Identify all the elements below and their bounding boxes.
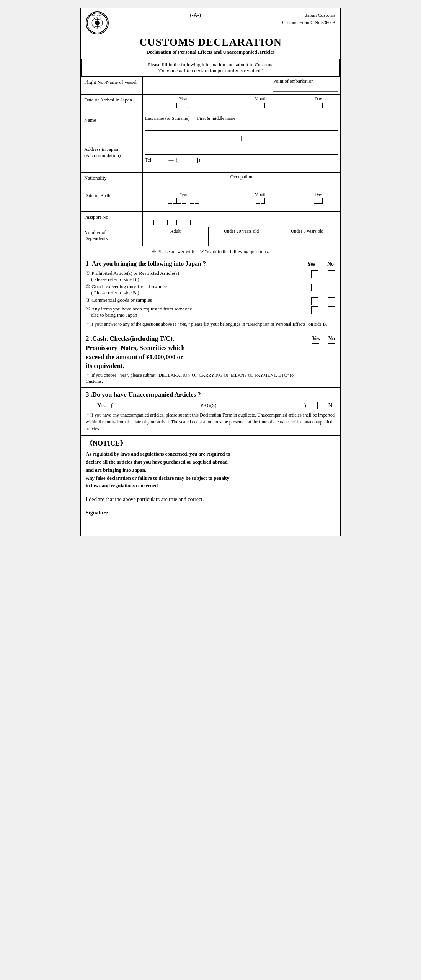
point-label: Point of embarkation: [273, 78, 338, 84]
q1-item3-text: Commercial goods or samples: [91, 297, 152, 303]
q1-item4: ④ Any items you have been requested from…: [86, 306, 335, 318]
lastname-label: Last name (or Surname): [145, 116, 189, 121]
q1-item4-no-box[interactable]: [328, 306, 335, 314]
q1-item4-yn[interactable]: [311, 306, 335, 314]
q1-item1-yes-box[interactable]: [311, 270, 318, 278]
tel-row: Tel — ( ): [145, 157, 338, 163]
declaration-text: I declare that the above particulars are…: [86, 497, 335, 503]
logo-area: JAPAN CUSTOMS: [86, 11, 109, 34]
year-label: Year: [145, 96, 222, 102]
dependents-row: Number of Dependents Adult Under 20 year…: [81, 227, 340, 246]
form-code: (-A-): [109, 12, 282, 18]
nationality-label: Nationality: [81, 173, 142, 190]
instruction-box: Please fill in the following information…: [81, 59, 340, 77]
q1-item4-num: ④: [86, 306, 91, 312]
question3-section: 3 .Do you have Unaccompanied Articles ? …: [81, 388, 340, 436]
q1-item4-text: Any items you have been requested from s…: [86, 306, 192, 318]
day-label-arrival: Day: [299, 96, 338, 102]
month-label-arrival: Month: [222, 96, 299, 102]
question2-section: 2 .Cash, Checks(including T/C),Promissor…: [81, 331, 340, 388]
q1-item2-yes-box[interactable]: [311, 284, 318, 291]
form-id: Japan Customs Customs Form C No.5360-B: [282, 11, 335, 26]
q1-item3-no-box[interactable]: [328, 297, 335, 305]
q2-yes-box[interactable]: [312, 343, 319, 351]
q3-options-row: Yes ( PKG(S) ) No: [86, 402, 335, 409]
notice-section: 《NOTICE》 As regulated by laws and regula…: [81, 436, 340, 493]
q2-no-box[interactable]: [328, 343, 335, 351]
dependents-label: Number of Dependents: [81, 227, 142, 246]
name-label: Name: [81, 114, 142, 144]
q1-item1-num: ①: [86, 270, 91, 276]
q3-no-box[interactable]: [317, 402, 325, 409]
name-fields: Last name (or Surname) First & middle na…: [142, 114, 340, 144]
passport-label: Passport No.: [81, 212, 142, 227]
q1-item4-yes-box[interactable]: [311, 306, 318, 314]
arrival-fields: Year Month Day ,: [142, 95, 340, 114]
under6-col[interactable]: Under 6 years old: [274, 227, 340, 246]
sub-title: Declaration of Personal Effects and Unac…: [86, 49, 335, 55]
dob-fields: Year Month Day ,: [142, 190, 340, 211]
svg-text:JAPAN CUSTOMS: JAPAN CUSTOMS: [89, 15, 105, 16]
main-title: CUSTOMS DECLARATION: [86, 36, 335, 48]
q1-item1-no-box[interactable]: [328, 270, 335, 278]
dependents-cols: Adult Under 20 years old Under 6 years o…: [142, 227, 340, 246]
passport-row: Passport No.: [81, 212, 340, 227]
svg-point-3: [95, 21, 100, 25]
arrival-label: Date of Arrival in Japan: [81, 95, 142, 114]
signature-section: Signature: [81, 506, 340, 536]
arrival-row: Date of Arrival in Japan Year Month Day …: [81, 95, 340, 114]
firstname-label: First & middle name: [197, 116, 235, 121]
q1-item2-no-box[interactable]: [328, 284, 335, 291]
q2-title: 2 .Cash, Checks(including T/C),Promissor…: [86, 334, 305, 371]
notice-text: As regulated by laws and regulations con…: [86, 450, 335, 490]
q1-item3-yes-box[interactable]: [311, 297, 318, 305]
q1-item1-yn[interactable]: [311, 270, 335, 278]
question1-section: 1 .Are you bringing the following into J…: [81, 257, 340, 331]
q1-item3: ③ Commercial goods or samples: [86, 297, 335, 305]
q1-item1-text: Prohibited Article(s) or Restricted Arti…: [86, 270, 179, 282]
signature-line[interactable]: [86, 528, 335, 528]
checkmark-notice: ※ Please answer with a "✓"mark to the fo…: [81, 246, 340, 257]
customs-form: JAPAN CUSTOMS (-A-) Japan Custom: [80, 8, 341, 536]
no-header-q2: No: [328, 336, 335, 342]
q1-title: 1 .Are you bringing the following into J…: [86, 260, 206, 267]
address-row: Address in Japan (Accommodation) Tel — (…: [81, 144, 340, 173]
signature-label: Signature: [86, 510, 335, 516]
q3-yes-box[interactable]: [86, 402, 93, 409]
nationality-row: Nationality Occupation: [81, 173, 340, 190]
q2-note: ＊ If you choose "Yes", please submit "DE…: [86, 372, 305, 384]
q1-item2-num: ②: [86, 284, 91, 289]
form-grid: Flight No./Name of vessel Point of embar…: [81, 77, 340, 246]
dob-label: Date of Birth: [81, 190, 142, 211]
q3-yes-label: Yes: [97, 402, 106, 409]
q3-pkg-label: PKG(S): [117, 402, 300, 408]
passport-field[interactable]: [142, 212, 340, 227]
flight-label: Flight No./Name of vessel: [81, 77, 142, 94]
q1-note: ＊If your answer to any of the questions …: [86, 321, 335, 328]
notice-title: 《NOTICE》: [86, 439, 335, 448]
address-label: Address in Japan (Accommodation): [81, 144, 142, 172]
q3-note: ＊If you have any unaccompanied articles,…: [86, 412, 335, 432]
under20-col[interactable]: Under 20 years old: [209, 227, 274, 246]
q1-item3-yn[interactable]: [311, 297, 335, 305]
yes-header-q2: Yes: [312, 336, 320, 342]
q3-title: 3 .Do you have Unaccompanied Articles ?: [86, 391, 335, 399]
occupation-field[interactable]: [255, 173, 340, 190]
declaration-section: I declare that the above particulars are…: [81, 493, 340, 506]
header-section: JAPAN CUSTOMS (-A-) Japan Custom: [81, 8, 340, 59]
yes-header-q1: Yes: [307, 261, 315, 267]
japan-customs-logo: JAPAN CUSTOMS: [86, 11, 109, 34]
nationality-field[interactable]: [142, 173, 228, 190]
q1-item2-yn[interactable]: [311, 284, 335, 291]
q3-no-label: No: [328, 402, 335, 409]
q1-item2-text: Goods exceeding duty-free allowance( Ple…: [86, 284, 167, 296]
flight-row: Flight No./Name of vessel Point of embar…: [81, 77, 340, 95]
q1-item2: ② Goods exceeding duty-free allowance( P…: [86, 284, 335, 296]
dob-row: Date of Birth Year Month Day ,: [81, 190, 340, 212]
address-fields: Tel — ( ): [142, 144, 340, 172]
name-row: Name Last name (or Surname) First & midd…: [81, 114, 340, 144]
flight-field[interactable]: [142, 77, 271, 94]
no-header-q1: No: [327, 261, 334, 267]
adult-col[interactable]: Adult: [143, 227, 209, 246]
q1-item1: ① Prohibited Article(s) or Restricted Ar…: [86, 270, 335, 283]
